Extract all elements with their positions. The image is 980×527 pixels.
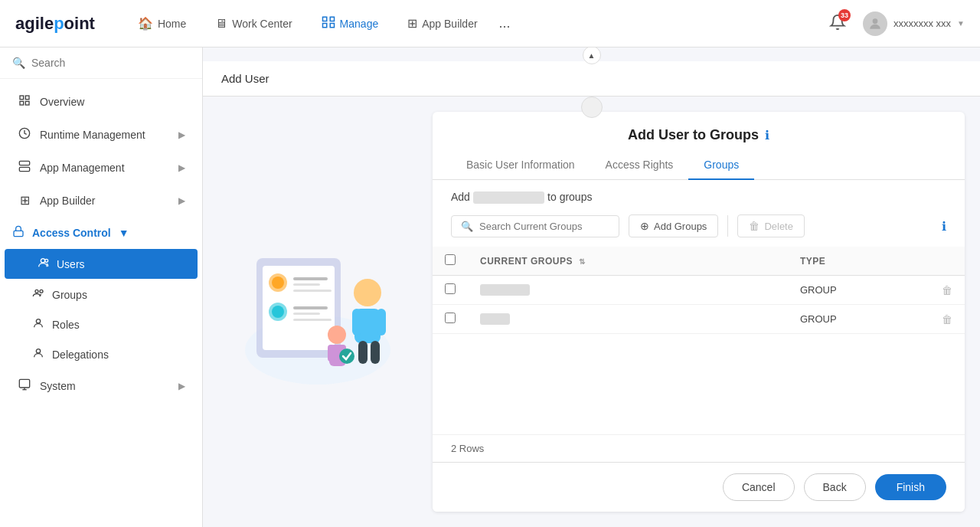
app-builder-sidebar-icon: ⊞ — [17, 193, 32, 208]
nav-app-builder-label: App Builder — [422, 18, 477, 30]
username-display: xxxxxxxx xxx — [893, 18, 951, 29]
row-type: GROUP 🗑 — [788, 276, 965, 305]
back-button[interactable]: Back — [804, 473, 866, 501]
svg-point-26 — [272, 277, 284, 289]
sidebar-sub-item-roles[interactable]: Roles — [0, 309, 202, 339]
add-user-card: Add User to Groups ℹ Basic User Informat… — [433, 112, 965, 512]
sidebar-item-app-management[interactable]: App Management ▶ — [5, 152, 198, 184]
sidebar-item-system-label: System — [40, 380, 171, 392]
row-group-name: xxxxxxxxxx — [468, 276, 788, 305]
sidebar-item-system[interactable]: System ▶ — [5, 370, 198, 402]
sidebar-nav: Overview Runtime Management ▶ — [0, 79, 202, 527]
sidebar-sub-item-groups[interactable]: Groups — [0, 280, 202, 309]
page-title: Add User — [221, 72, 270, 85]
svg-point-45 — [339, 349, 354, 364]
illustration-panel — [218, 112, 417, 512]
groups-data-table: CURRENT GROUPS ⇅ TYPE — [433, 247, 965, 334]
select-all-checkbox[interactable] — [445, 254, 456, 265]
select-all-header — [433, 247, 468, 276]
svg-point-41 — [328, 326, 346, 344]
collapse-panel-button[interactable] — [581, 97, 603, 118]
row-count: 2 Rows — [433, 434, 965, 462]
grid-icon: ⊞ — [407, 16, 417, 31]
nav-manage[interactable]: Manage — [309, 9, 391, 38]
row-delete-icon[interactable]: 🗑 — [942, 284, 952, 296]
card-info-icon[interactable]: ℹ — [765, 128, 769, 142]
svg-point-14 — [45, 259, 48, 262]
svg-rect-28 — [293, 283, 320, 286]
user-avatar — [863, 11, 887, 36]
sidebar-sub-item-users[interactable]: Users — [5, 249, 198, 279]
system-chevron-icon: ▶ — [178, 381, 185, 391]
search-groups-input[interactable] — [479, 221, 609, 232]
toolbar-info-icon[interactable]: ℹ — [942, 219, 946, 234]
sidebar-search-input[interactable] — [31, 57, 190, 69]
svg-rect-1 — [330, 17, 334, 21]
sidebar-item-app-builder-label: App Builder — [40, 195, 171, 207]
nav-home[interactable]: 🏠 Home — [126, 10, 198, 37]
notification-badge: 33 — [838, 9, 851, 21]
home-icon: 🏠 — [138, 16, 153, 31]
user-menu[interactable]: xxxxxxxx xxx ▼ — [863, 11, 965, 36]
svg-point-31 — [272, 306, 284, 318]
sidebar-item-access-control[interactable]: Access Control ▼ — [0, 217, 202, 248]
username-blurred — [473, 191, 544, 204]
delete-button[interactable]: 🗑 Delete — [737, 214, 805, 237]
app-body: 🔍 Overview R — [0, 47, 980, 527]
runtime-icon — [17, 127, 32, 142]
current-groups-header[interactable]: CURRENT GROUPS ⇅ — [468, 247, 788, 276]
nav-manage-label: Manage — [340, 18, 379, 30]
svg-point-18 — [36, 349, 40, 353]
panel-collapse-button[interactable]: ▲ — [583, 47, 601, 64]
sidebar-item-app-builder[interactable]: ⊞ App Builder ▶ — [5, 185, 198, 216]
svg-rect-37 — [352, 309, 361, 336]
groups-toolbar: 🔍 ⊕ Add Groups 🗑 Delete ℹ — [433, 210, 965, 247]
groups-table: CURRENT GROUPS ⇅ TYPE — [433, 247, 965, 434]
row-type: GROUP 🗑 — [788, 305, 965, 334]
sidebar-sub-item-roles-label: Roles — [52, 319, 80, 331]
nav-more[interactable]: ... — [495, 11, 515, 36]
tab-access-rights[interactable]: Access Rights — [590, 151, 689, 180]
type-header: TYPE — [788, 247, 965, 276]
app-builder-chevron-icon: ▶ — [178, 195, 185, 206]
row-delete-icon[interactable]: 🗑 — [942, 313, 952, 326]
svg-rect-33 — [293, 313, 320, 315]
sidebar-search-container: 🔍 — [0, 47, 202, 79]
nav-work-center[interactable]: 🖥 Work Center — [203, 11, 304, 37]
access-control-chevron-icon: ▼ — [119, 227, 129, 239]
cancel-button[interactable]: Cancel — [723, 473, 795, 501]
svg-rect-43 — [328, 345, 335, 362]
row-checkbox[interactable] — [445, 313, 456, 323]
sort-icon[interactable]: ⇅ — [579, 257, 586, 266]
table-row: xxxxxxxxxx GROUP 🗑 — [433, 276, 965, 305]
svg-rect-8 — [25, 101, 29, 105]
more-dots-label: ... — [499, 15, 511, 31]
access-control-sub-items: Users Groups — [0, 249, 202, 369]
svg-rect-3 — [330, 23, 334, 27]
nav-home-label: Home — [158, 18, 186, 30]
finish-button[interactable]: Finish — [875, 474, 946, 500]
delegations-icon — [32, 347, 44, 362]
delete-label: Delete — [764, 221, 793, 232]
tab-basic-info[interactable]: Basic User Information — [451, 151, 590, 180]
runtime-chevron-icon: ▶ — [178, 129, 185, 140]
svg-point-16 — [40, 290, 43, 293]
svg-rect-39 — [358, 341, 368, 364]
nav-app-builder[interactable]: ⊞ App Builder — [395, 10, 489, 37]
add-groups-plus-icon: ⊕ — [640, 220, 649, 232]
add-prefix: Add — [451, 191, 470, 203]
svg-rect-7 — [20, 101, 24, 105]
row-checkbox-cell — [433, 305, 468, 334]
sidebar-item-overview[interactable]: Overview — [5, 86, 198, 118]
app-logo[interactable]: agilepoint — [15, 14, 95, 34]
sidebar-item-access-control-label: Access Control — [32, 227, 111, 239]
notification-button[interactable]: 33 — [825, 9, 851, 38]
sidebar-sub-item-delegations[interactable]: Delegations — [0, 339, 202, 369]
svg-rect-5 — [20, 96, 24, 100]
sidebar-item-runtime[interactable]: Runtime Management ▶ — [5, 119, 198, 151]
illustration — [234, 235, 402, 388]
row-checkbox[interactable] — [445, 283, 456, 294]
tab-groups[interactable]: Groups — [688, 151, 754, 180]
add-groups-button[interactable]: ⊕ Add Groups — [629, 214, 718, 237]
svg-rect-29 — [293, 290, 332, 292]
